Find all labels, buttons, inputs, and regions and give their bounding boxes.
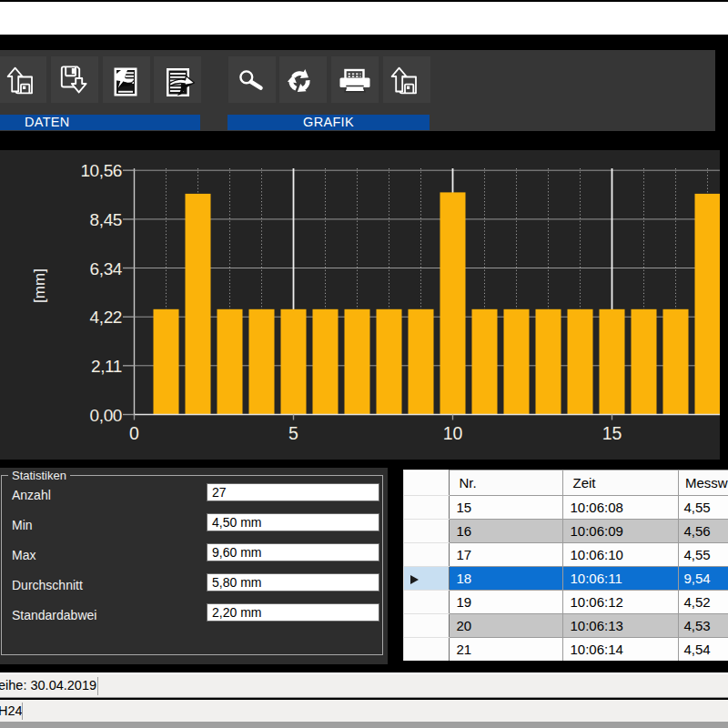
svg-text:0,00: 0,00 (90, 406, 122, 425)
svg-text:10,56: 10,56 (80, 161, 122, 180)
svg-text:10: 10 (443, 423, 463, 443)
svg-text:6,34: 6,34 (90, 259, 123, 278)
svg-text:15: 15 (602, 423, 622, 443)
svg-text:8,45: 8,45 (90, 210, 122, 229)
svg-text:[mm]: [mm] (31, 268, 48, 303)
svg-text:2,11: 2,11 (91, 357, 122, 376)
svg-text:5: 5 (288, 423, 298, 443)
svg-text:0: 0 (129, 423, 139, 443)
svg-text:4,22: 4,22 (90, 308, 122, 327)
